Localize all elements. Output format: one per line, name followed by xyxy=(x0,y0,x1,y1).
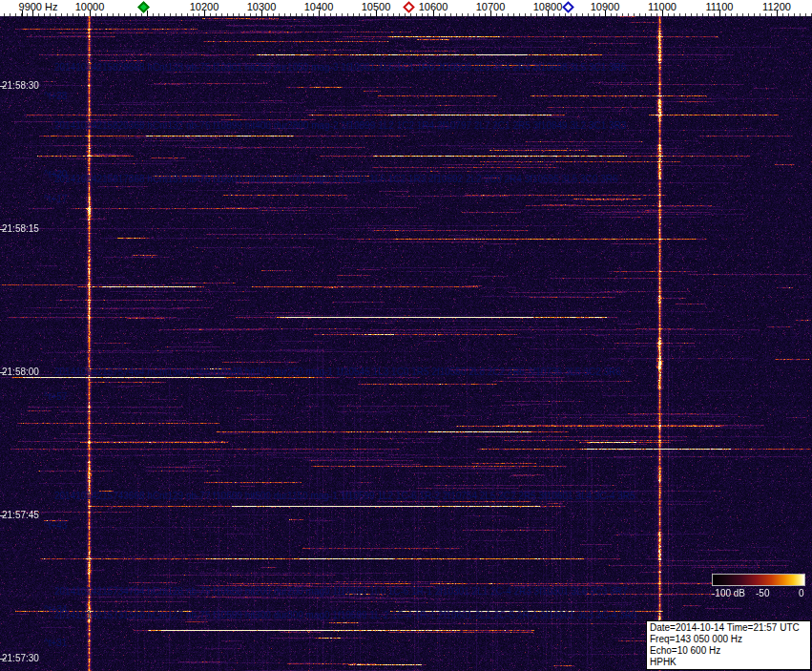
time-tick-label: 21:58:00 xyxy=(2,367,39,377)
time-tick-label: 21:57:30 xyxy=(2,653,39,663)
colorbar-gradient xyxy=(712,574,805,586)
echo-time-marker: ^t+57 xyxy=(44,391,67,402)
time-axis-tick xyxy=(0,372,6,373)
time-axis-tick xyxy=(0,659,6,660)
observation-info-box: Date=2014-10-14 Time=21:57 UTC Freq=143 … xyxy=(646,620,811,670)
time-axis-tick xyxy=(0,86,6,87)
info-station: HPHK xyxy=(650,657,807,668)
time-tick-label: 21:57:45 xyxy=(2,510,39,520)
info-echo: Echo=10 600 Hz xyxy=(650,645,807,657)
detection-record: 20141014215757464 hCnt130 nb-66 f10548 h… xyxy=(54,367,621,377)
time-axis-tick xyxy=(0,515,6,516)
colorbar-max-label: 0 xyxy=(799,588,804,598)
detection-record: 20141014215828668 hCnt133 nb-75 f10901 h… xyxy=(54,62,626,73)
time-tick-label: 21:58:30 xyxy=(2,80,39,91)
detection-record: 20141014215734764 hCnt128 nb-75 f10650 h… xyxy=(54,586,627,597)
echo-time-marker: ^t+34 xyxy=(44,604,67,615)
detection-record: 20141014215820368 hCnt132 nb-76 f10899 h… xyxy=(54,120,626,131)
ruler-major-ticks xyxy=(0,10,812,16)
colorbar-min-label: -100 dB xyxy=(712,588,745,598)
colorbar-mid-label: -50 xyxy=(756,588,769,598)
info-date-time: Date=2014-10-14 Time=21:57 UTC xyxy=(650,622,807,634)
echo-time-marker: ^t+31 xyxy=(44,638,67,648)
time-tick-label: 21:58:15 xyxy=(2,223,39,234)
echo-time-marker: ^t+43 xyxy=(44,520,67,531)
detection-record: 20141014215817868 hCnt131 nb-75 f10901 h… xyxy=(54,174,618,184)
intensity-colorbar: -100 dB -50 0 xyxy=(712,574,807,599)
spectrogram-canvas xyxy=(0,16,812,671)
detection-record: 20141014215731368 hCnt127 nb-75 f10599 h… xyxy=(54,610,636,620)
frequency-ruler: 9900 Hz 10000 10200 10300 10400 10500 10… xyxy=(0,0,812,16)
echo-time-marker: ^t+17 xyxy=(44,194,67,204)
info-frequency: Freq=143 050 000 Hz xyxy=(650,634,807,645)
colorbar-labels: -100 dB -50 0 xyxy=(712,588,807,599)
time-axis-tick xyxy=(0,229,6,230)
echo-time-marker: ^t+28 xyxy=(44,91,67,101)
spectrogram-screen: 9900 Hz 10000 10200 10300 10400 10500 10… xyxy=(0,0,812,671)
echo-time-marker: ^t+20 xyxy=(44,169,67,179)
detection-record: 20141014215743668 hCnt129 nb-77 f10600 h… xyxy=(54,491,635,501)
